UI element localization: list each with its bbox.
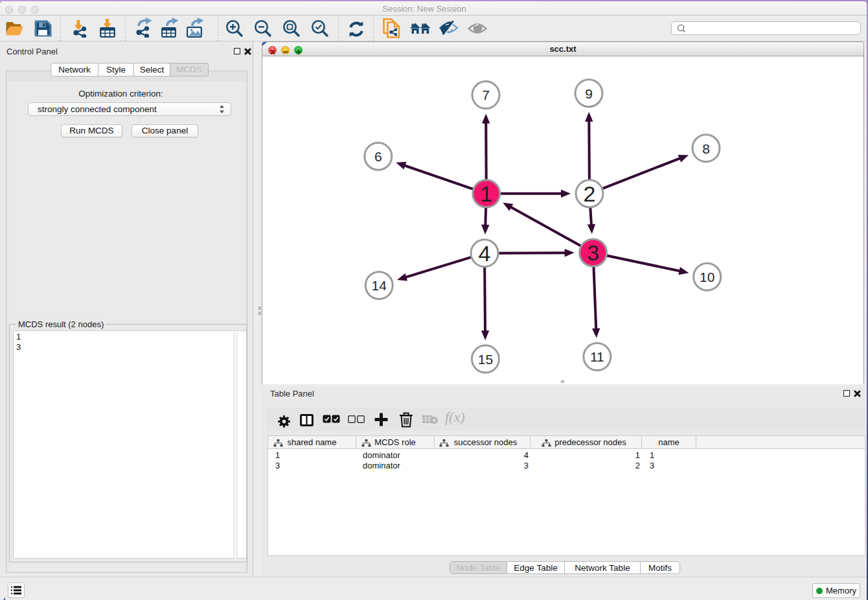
- svg-text:6: 6: [374, 149, 382, 164]
- svg-text:1: 1: [480, 181, 492, 206]
- svg-text:4: 4: [479, 241, 491, 266]
- svg-text:11: 11: [590, 349, 604, 364]
- svg-text:7: 7: [482, 87, 490, 102]
- svg-text:8: 8: [702, 141, 710, 156]
- svg-text:9: 9: [585, 86, 593, 101]
- svg-text:14: 14: [372, 278, 387, 293]
- svg-text:3: 3: [587, 240, 599, 265]
- svg-text:15: 15: [478, 352, 493, 367]
- svg-text:2: 2: [584, 181, 596, 206]
- svg-text:10: 10: [700, 270, 714, 284]
